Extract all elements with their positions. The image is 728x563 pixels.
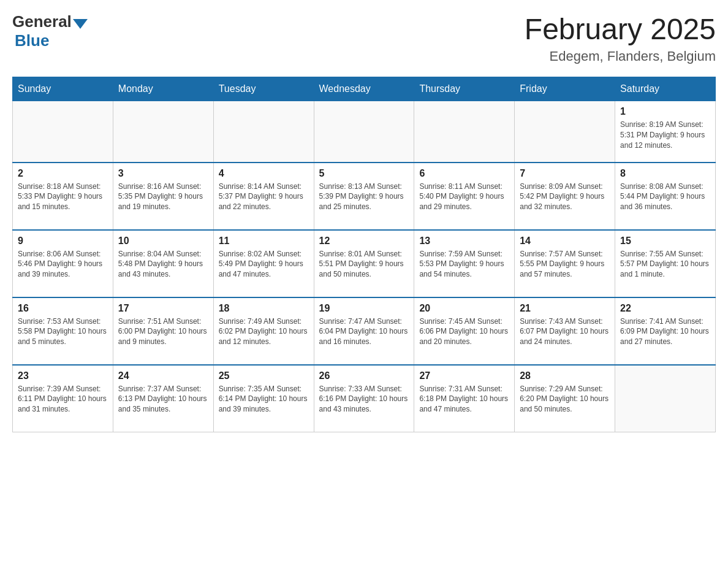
day-number: 28: [520, 370, 610, 381]
calendar-day-cell: 1Sunrise: 8:19 AM Sunset: 5:31 PM Daylig…: [615, 101, 716, 163]
logo-arrow-icon: [73, 19, 88, 29]
day-number: 13: [419, 236, 509, 247]
day-number: 15: [620, 236, 710, 247]
calendar-day-header: Friday: [515, 77, 615, 101]
calendar-week-row: 2Sunrise: 8:18 AM Sunset: 5:33 PM Daylig…: [13, 163, 716, 230]
day-number: 26: [319, 370, 409, 381]
calendar-day-header: Sunday: [13, 77, 113, 101]
calendar-day-cell: 8Sunrise: 8:08 AM Sunset: 5:44 PM Daylig…: [615, 163, 716, 230]
day-number: 17: [118, 303, 208, 314]
calendar-day-cell: 10Sunrise: 8:04 AM Sunset: 5:48 PM Dayli…: [113, 230, 213, 297]
calendar-day-cell: [615, 365, 716, 432]
day-number: 14: [520, 236, 610, 247]
day-info: Sunrise: 8:19 AM Sunset: 5:31 PM Dayligh…: [620, 120, 710, 150]
day-number: 6: [419, 168, 509, 179]
day-info: Sunrise: 7:57 AM Sunset: 5:55 PM Dayligh…: [520, 249, 610, 280]
day-number: 2: [18, 168, 108, 179]
day-number: 25: [219, 370, 309, 381]
logo: General Blue: [12, 12, 88, 50]
day-number: 8: [620, 168, 710, 179]
calendar-day-cell: [113, 101, 213, 163]
calendar-day-cell: 14Sunrise: 7:57 AM Sunset: 5:55 PM Dayli…: [515, 230, 615, 297]
day-info: Sunrise: 8:01 AM Sunset: 5:51 PM Dayligh…: [319, 249, 409, 280]
calendar-day-header: Saturday: [615, 77, 716, 101]
day-number: 3: [118, 168, 208, 179]
day-number: 4: [219, 168, 309, 179]
day-info: Sunrise: 8:14 AM Sunset: 5:37 PM Dayligh…: [219, 182, 309, 212]
calendar-day-cell: 7Sunrise: 8:09 AM Sunset: 5:42 PM Daylig…: [515, 163, 615, 230]
day-number: 9: [18, 236, 108, 247]
calendar-day-header: Tuesday: [213, 77, 314, 101]
day-info: Sunrise: 8:04 AM Sunset: 5:48 PM Dayligh…: [118, 249, 208, 280]
calendar-day-cell: [314, 101, 414, 163]
day-number: 7: [520, 168, 610, 179]
day-info: Sunrise: 8:18 AM Sunset: 5:33 PM Dayligh…: [18, 182, 108, 212]
page-header: General Blue February 2025 Edegem, Fland…: [12, 12, 716, 64]
day-info: Sunrise: 7:51 AM Sunset: 6:00 PM Dayligh…: [118, 316, 208, 347]
day-info: Sunrise: 7:55 AM Sunset: 5:57 PM Dayligh…: [620, 249, 710, 280]
calendar-day-cell: 4Sunrise: 8:14 AM Sunset: 5:37 PM Daylig…: [213, 163, 314, 230]
calendar-day-cell: 15Sunrise: 7:55 AM Sunset: 5:57 PM Dayli…: [615, 230, 716, 297]
day-info: Sunrise: 7:49 AM Sunset: 6:02 PM Dayligh…: [219, 316, 309, 347]
location-subtitle: Edegem, Flanders, Belgium: [525, 48, 716, 64]
calendar-day-cell: 22Sunrise: 7:41 AM Sunset: 6:09 PM Dayli…: [615, 297, 716, 365]
day-info: Sunrise: 7:53 AM Sunset: 5:58 PM Dayligh…: [18, 316, 108, 347]
calendar-week-row: 9Sunrise: 8:06 AM Sunset: 5:46 PM Daylig…: [13, 230, 716, 297]
day-number: 21: [520, 303, 610, 314]
calendar-day-header: Wednesday: [314, 77, 414, 101]
calendar-day-cell: 21Sunrise: 7:43 AM Sunset: 6:07 PM Dayli…: [515, 297, 615, 365]
day-number: 22: [620, 303, 710, 314]
calendar-day-header: Thursday: [414, 77, 515, 101]
day-info: Sunrise: 8:06 AM Sunset: 5:46 PM Dayligh…: [18, 249, 108, 280]
day-info: Sunrise: 7:33 AM Sunset: 6:16 PM Dayligh…: [319, 384, 409, 415]
day-info: Sunrise: 8:09 AM Sunset: 5:42 PM Dayligh…: [520, 182, 610, 212]
day-info: Sunrise: 8:02 AM Sunset: 5:49 PM Dayligh…: [219, 249, 309, 280]
day-number: 5: [319, 168, 409, 179]
day-number: 1: [620, 106, 710, 117]
day-number: 19: [319, 303, 409, 314]
logo-blue-text: Blue: [15, 31, 49, 50]
day-info: Sunrise: 7:59 AM Sunset: 5:53 PM Dayligh…: [419, 249, 509, 280]
calendar-week-row: 23Sunrise: 7:39 AM Sunset: 6:11 PM Dayli…: [13, 365, 716, 432]
day-info: Sunrise: 7:39 AM Sunset: 6:11 PM Dayligh…: [18, 384, 108, 415]
calendar-day-cell: 3Sunrise: 8:16 AM Sunset: 5:35 PM Daylig…: [113, 163, 213, 230]
day-number: 16: [18, 303, 108, 314]
logo-general-text: General: [12, 12, 72, 31]
calendar-day-cell: [213, 101, 314, 163]
calendar-day-cell: 13Sunrise: 7:59 AM Sunset: 5:53 PM Dayli…: [414, 230, 515, 297]
calendar-day-cell: 16Sunrise: 7:53 AM Sunset: 5:58 PM Dayli…: [13, 297, 113, 365]
calendar-day-cell: 2Sunrise: 8:18 AM Sunset: 5:33 PM Daylig…: [13, 163, 113, 230]
calendar-day-header: Monday: [113, 77, 213, 101]
day-info: Sunrise: 7:29 AM Sunset: 6:20 PM Dayligh…: [520, 384, 610, 415]
day-info: Sunrise: 7:31 AM Sunset: 6:18 PM Dayligh…: [419, 384, 509, 415]
calendar-day-cell: 17Sunrise: 7:51 AM Sunset: 6:00 PM Dayli…: [113, 297, 213, 365]
calendar-day-cell: 25Sunrise: 7:35 AM Sunset: 6:14 PM Dayli…: [213, 365, 314, 432]
day-number: 11: [219, 236, 309, 247]
calendar-day-cell: 11Sunrise: 8:02 AM Sunset: 5:49 PM Dayli…: [213, 230, 314, 297]
calendar-day-cell: 27Sunrise: 7:31 AM Sunset: 6:18 PM Dayli…: [414, 365, 515, 432]
day-info: Sunrise: 8:08 AM Sunset: 5:44 PM Dayligh…: [620, 182, 710, 212]
month-year-title: February 2025: [525, 12, 716, 46]
day-info: Sunrise: 7:47 AM Sunset: 6:04 PM Dayligh…: [319, 316, 409, 347]
calendar-day-cell: 23Sunrise: 7:39 AM Sunset: 6:11 PM Dayli…: [13, 365, 113, 432]
calendar-day-cell: [414, 101, 515, 163]
calendar-day-cell: [515, 101, 615, 163]
day-info: Sunrise: 7:43 AM Sunset: 6:07 PM Dayligh…: [520, 316, 610, 347]
day-number: 23: [18, 370, 108, 381]
day-number: 20: [419, 303, 509, 314]
title-section: February 2025 Edegem, Flanders, Belgium: [525, 12, 716, 64]
day-info: Sunrise: 8:11 AM Sunset: 5:40 PM Dayligh…: [419, 182, 509, 212]
calendar-day-cell: 28Sunrise: 7:29 AM Sunset: 6:20 PM Dayli…: [515, 365, 615, 432]
calendar-day-cell: 20Sunrise: 7:45 AM Sunset: 6:06 PM Dayli…: [414, 297, 515, 365]
day-info: Sunrise: 7:45 AM Sunset: 6:06 PM Dayligh…: [419, 316, 509, 347]
calendar-day-cell: 9Sunrise: 8:06 AM Sunset: 5:46 PM Daylig…: [13, 230, 113, 297]
day-info: Sunrise: 7:41 AM Sunset: 6:09 PM Dayligh…: [620, 316, 710, 347]
calendar-day-cell: 26Sunrise: 7:33 AM Sunset: 6:16 PM Dayli…: [314, 365, 414, 432]
day-number: 27: [419, 370, 509, 381]
day-number: 10: [118, 236, 208, 247]
calendar-table: SundayMondayTuesdayWednesdayThursdayFrid…: [12, 77, 716, 432]
day-info: Sunrise: 8:16 AM Sunset: 5:35 PM Dayligh…: [118, 182, 208, 212]
calendar-day-cell: 12Sunrise: 8:01 AM Sunset: 5:51 PM Dayli…: [314, 230, 414, 297]
calendar-week-row: 1Sunrise: 8:19 AM Sunset: 5:31 PM Daylig…: [13, 101, 716, 163]
calendar-week-row: 16Sunrise: 7:53 AM Sunset: 5:58 PM Dayli…: [13, 297, 716, 365]
